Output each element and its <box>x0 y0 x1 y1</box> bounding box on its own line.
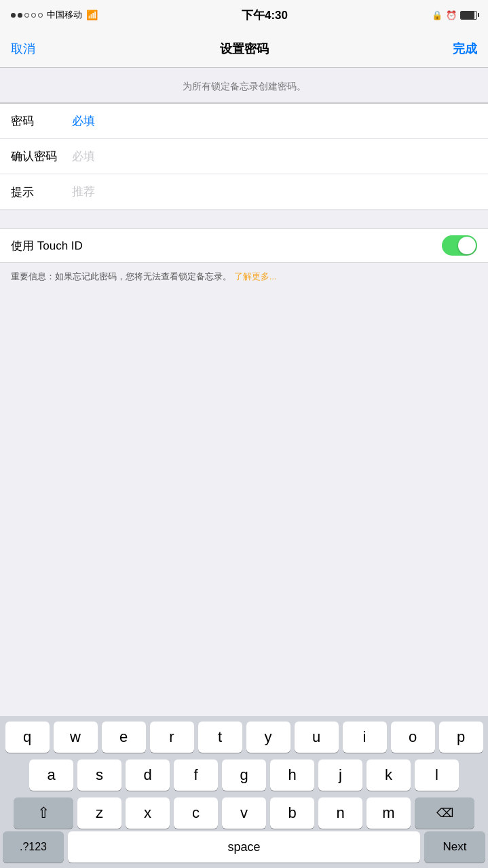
key-d[interactable]: d <box>126 760 170 791</box>
key-o[interactable]: o <box>391 722 435 753</box>
alarm-icon: ⏰ <box>446 10 457 20</box>
nav-bar: 取消 设置密码 完成 <box>0 30 488 68</box>
backspace-key[interactable]: ⌫ <box>415 797 474 829</box>
keyboard: q w e r t y u i o p a s d f g h j k l ⇧ … <box>0 716 488 868</box>
confirm-row: 确认密码 <box>0 139 488 174</box>
key-w[interactable]: w <box>54 722 98 753</box>
cancel-button[interactable]: 取消 <box>11 41 35 57</box>
hint-label: 提示 <box>11 184 72 200</box>
confirm-input[interactable] <box>72 150 477 163</box>
shift-key[interactable]: ⇧ <box>14 797 73 829</box>
key-l[interactable]: l <box>415 760 459 791</box>
key-t[interactable]: t <box>198 722 242 753</box>
key-p[interactable]: p <box>439 722 483 753</box>
keyboard-bottom-row: .?123 space Next <box>0 831 488 868</box>
battery-icon <box>460 11 477 20</box>
warning-main-text: 重要信息：如果忘记此密码，您将无法查看锁定备忘录。 <box>11 271 231 281</box>
page-title: 设置密码 <box>220 41 269 57</box>
space-key[interactable]: space <box>68 831 420 863</box>
touchid-section: 使用 Touch ID <box>0 228 488 263</box>
battery-fill <box>461 12 474 19</box>
confirm-label: 确认密码 <box>11 149 72 164</box>
description-section: 为所有锁定备忘录创建密码。 <box>0 68 488 103</box>
numbers-key[interactable]: .?123 <box>3 831 64 863</box>
key-u[interactable]: u <box>295 722 339 753</box>
status-left: 中国移动 📶 <box>11 9 98 21</box>
hint-row: 提示 <box>0 174 488 210</box>
form-section: 密码 确认密码 提示 <box>0 103 488 210</box>
key-x[interactable]: x <box>126 797 170 829</box>
key-i[interactable]: i <box>343 722 387 753</box>
key-y[interactable]: y <box>246 722 290 753</box>
password-label: 密码 <box>11 113 72 129</box>
keyboard-row-2: a s d f g h j k l <box>3 760 485 791</box>
warning-text: 重要信息：如果忘记此密码，您将无法查看锁定备忘录。 了解更多... <box>11 271 276 281</box>
key-v[interactable]: v <box>222 797 266 829</box>
key-a[interactable]: a <box>29 760 73 791</box>
keyboard-row-1: q w e r t y u i o p <box>3 722 485 753</box>
status-bar: 中国移动 📶 下午4:30 🔒 ⏰ <box>0 0 488 30</box>
touchid-label: 使用 Touch ID <box>11 238 83 254</box>
lock-icon: 🔒 <box>432 10 443 20</box>
carrier-label: 中国移动 <box>47 9 82 21</box>
warning-link[interactable]: 了解更多... <box>234 271 277 281</box>
key-r[interactable]: r <box>150 722 194 753</box>
keyboard-row-3: ⇧ z x c v b n m ⌫ <box>3 797 485 829</box>
key-n[interactable]: n <box>318 797 362 829</box>
key-s[interactable]: s <box>77 760 121 791</box>
key-k[interactable]: k <box>367 760 411 791</box>
warning-section: 重要信息：如果忘记此密码，您将无法查看锁定备忘录。 了解更多... <box>0 263 488 294</box>
key-f[interactable]: f <box>174 760 218 791</box>
status-right: 🔒 ⏰ <box>432 10 477 20</box>
touchid-toggle[interactable] <box>442 235 477 256</box>
signal-dot-2 <box>18 13 22 18</box>
key-b[interactable]: b <box>270 797 314 829</box>
key-q[interactable]: q <box>5 722 50 753</box>
key-m[interactable]: m <box>367 797 411 829</box>
key-h[interactable]: h <box>270 760 314 791</box>
key-z[interactable]: z <box>77 797 121 829</box>
key-e[interactable]: e <box>102 722 146 753</box>
password-input[interactable] <box>72 115 477 128</box>
signal-dot-1 <box>11 13 16 18</box>
key-c[interactable]: c <box>174 797 218 829</box>
status-time: 下午4:30 <box>242 7 288 23</box>
toggle-knob <box>458 237 476 254</box>
wifi-icon: 📶 <box>86 9 98 20</box>
signal-dots <box>11 13 43 18</box>
signal-dot-3 <box>24 13 29 18</box>
description-text: 为所有锁定备忘录创建密码。 <box>183 81 306 92</box>
next-key[interactable]: Next <box>424 831 485 863</box>
signal-dot-5 <box>38 13 43 18</box>
key-g[interactable]: g <box>222 760 266 791</box>
password-row: 密码 <box>0 104 488 139</box>
done-button[interactable]: 完成 <box>453 41 477 57</box>
key-j[interactable]: j <box>318 760 362 791</box>
hint-input[interactable] <box>72 185 477 199</box>
keyboard-rows: q w e r t y u i o p a s d f g h j k l ⇧ … <box>0 716 488 831</box>
signal-dot-4 <box>31 13 36 18</box>
